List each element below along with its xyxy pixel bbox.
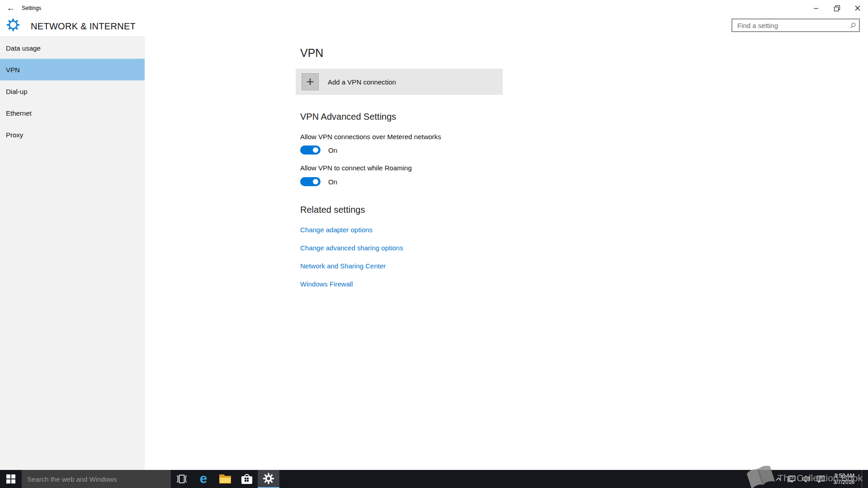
task-view-button[interactable]	[171, 470, 193, 488]
window-title: Settings	[22, 5, 41, 11]
roaming-toggle-state: On	[328, 178, 337, 186]
metered-toggle-label: Allow VPN connections over Metered netwo…	[300, 133, 868, 141]
search-icon	[849, 22, 856, 29]
file-explorer-icon	[219, 474, 231, 483]
toggle-knob	[313, 147, 318, 153]
minimize-icon	[813, 5, 819, 11]
sidebar-item-data-usage[interactable]: Data usage	[0, 37, 145, 59]
link-change-advanced-sharing-options[interactable]: Change advanced sharing options	[300, 244, 868, 252]
metered-networks-toggle[interactable]	[300, 145, 321, 155]
taskbar-empty-area	[279, 470, 775, 488]
title-bar: ← Settings	[0, 0, 868, 16]
roaming-toggle-row: On	[300, 177, 868, 186]
link-change-adapter-options[interactable]: Change adapter options	[300, 226, 868, 234]
roaming-toggle[interactable]	[300, 177, 321, 186]
network-icon	[787, 475, 796, 483]
metered-toggle-state: On	[328, 146, 337, 154]
related-settings-heading: Related settings	[300, 204, 868, 215]
action-center-icon	[816, 475, 825, 483]
back-button[interactable]: ←	[0, 0, 22, 16]
taskbar: e	[0, 470, 868, 488]
tray-network-button[interactable]	[787, 475, 796, 483]
sidebar-item-vpn[interactable]: VPN	[0, 59, 145, 80]
find-setting-searchbox[interactable]	[731, 19, 860, 32]
add-vpn-label: Add a VPN connection	[328, 78, 396, 86]
tray-volume-button[interactable]	[802, 475, 811, 483]
edge-button[interactable]: e	[193, 470, 214, 488]
page-category-title: NETWORK & INTERNET	[31, 21, 136, 32]
restore-button[interactable]	[826, 0, 847, 16]
plus-icon: +	[302, 73, 319, 90]
window-controls	[806, 0, 868, 16]
sidebar-item-proxy[interactable]: Proxy	[0, 124, 145, 145]
gear-icon	[6, 18, 20, 33]
settings-app-button[interactable]	[258, 470, 279, 488]
sidebar: Data usage VPN Dial-up Ethernet Proxy	[0, 36, 145, 470]
tray-time: 9:50 AM	[833, 473, 854, 479]
back-arrow-icon: ←	[7, 3, 15, 13]
restore-icon	[834, 5, 840, 11]
app-header: NETWORK & INTERNET	[0, 16, 868, 36]
add-vpn-connection-button[interactable]: + Add a VPN connection	[296, 69, 503, 95]
action-center-button[interactable]	[816, 475, 825, 483]
taskbar-search-input[interactable]	[26, 475, 159, 483]
store-button[interactable]	[236, 470, 258, 488]
minimize-button[interactable]	[806, 0, 826, 16]
sidebar-item-ethernet[interactable]: Ethernet	[0, 102, 145, 124]
app-body: Data usage VPN Dial-up Ethernet Proxy VP…	[0, 36, 868, 470]
system-tray: 9:50 AM 3/7/2016	[775, 470, 868, 488]
metered-toggle-row: On	[300, 145, 868, 155]
task-view-icon	[176, 474, 188, 484]
advanced-settings-heading: VPN Advanced Settings	[300, 111, 868, 122]
roaming-toggle-label: Allow VPN to connect while Roaming	[300, 164, 868, 172]
show-desktop-button[interactable]	[862, 470, 864, 488]
close-icon	[855, 5, 860, 11]
edge-icon: e	[200, 472, 208, 485]
settings-gear-icon	[263, 473, 274, 484]
find-setting-input[interactable]	[736, 21, 849, 30]
taskbar-search-box[interactable]	[22, 470, 171, 488]
store-icon	[241, 474, 252, 484]
main-content: VPN + Add a VPN connection VPN Advanced …	[145, 36, 868, 470]
sidebar-item-dial-up[interactable]: Dial-up	[0, 80, 145, 102]
toggle-knob	[313, 179, 318, 184]
tray-date: 3/7/2016	[833, 479, 854, 485]
chevron-up-icon	[775, 477, 782, 481]
start-button[interactable]	[0, 470, 22, 488]
tray-clock[interactable]: 9:50 AM 3/7/2016	[833, 473, 854, 485]
volume-icon	[802, 475, 811, 483]
close-button[interactable]	[847, 0, 868, 16]
page-title: VPN	[300, 47, 868, 59]
link-network-and-sharing-center[interactable]: Network and Sharing Center	[300, 262, 868, 270]
tray-chevron-button[interactable]	[775, 477, 782, 481]
link-windows-firewall[interactable]: Windows Firewall	[300, 280, 868, 288]
file-explorer-button[interactable]	[214, 470, 236, 488]
start-icon	[6, 474, 15, 483]
